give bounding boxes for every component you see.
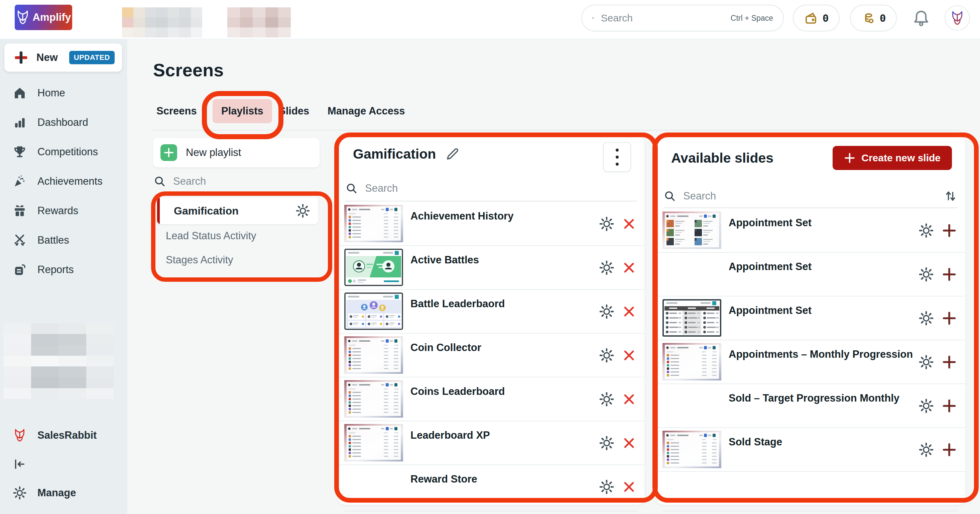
sidebar-item-manage[interactable]: Manage <box>0 479 127 507</box>
available-slides-search-input[interactable] <box>682 190 943 203</box>
tab-screens[interactable]: Screens <box>156 99 197 123</box>
slide-row: Coin Collector <box>338 334 644 377</box>
gear-icon[interactable] <box>918 442 934 457</box>
add-slide-icon[interactable] <box>942 442 956 457</box>
coins-balance-pill[interactable]: 0 <box>850 5 897 32</box>
next-card-edge <box>345 511 638 511</box>
slide-row: Active Battles <box>338 246 644 290</box>
salesrabbit-icon <box>13 428 27 442</box>
amplify-logo[interactable]: Amplify <box>15 5 72 30</box>
tab-playlists[interactable]: Playlists <box>213 99 272 123</box>
search-shortcut: Ctrl + Space <box>731 14 773 23</box>
gear-icon[interactable] <box>918 267 934 282</box>
updated-badge: UPDATED <box>69 51 115 64</box>
remove-slide-icon[interactable] <box>622 261 636 275</box>
gear-icon <box>13 486 27 500</box>
remove-slide-icon[interactable] <box>622 480 636 493</box>
global-search-input[interactable] <box>600 12 731 24</box>
gear-icon[interactable] <box>296 203 310 218</box>
gear-icon[interactable] <box>599 260 614 275</box>
gear-icon[interactable] <box>599 216 614 231</box>
new-button-label: New <box>37 51 58 64</box>
remove-slide-icon[interactable] <box>622 349 636 362</box>
trophy-icon <box>13 145 27 159</box>
playlist-item-gamification[interactable]: Gamification <box>157 198 318 224</box>
sidebar-item-salesrabbit[interactable]: SalesRabbit <box>0 421 127 450</box>
remove-slide-icon[interactable] <box>622 436 636 450</box>
slide-row: Sold – Target Progression Monthly <box>657 384 965 428</box>
available-panel-title: Available slides <box>671 150 773 166</box>
gear-icon[interactable] <box>599 348 614 363</box>
censored-block <box>3 323 114 399</box>
slide-thumbnail <box>662 211 721 249</box>
add-slide-icon[interactable] <box>942 355 956 369</box>
sidebar-item-competitions[interactable]: Competitions <box>0 137 127 167</box>
tab-slides[interactable]: Slides <box>279 99 309 123</box>
available-slides-search[interactable] <box>664 189 958 203</box>
playlist-menu-button[interactable] <box>603 142 631 172</box>
sidebar-item-dashboard[interactable]: Dashboard <box>0 108 127 137</box>
wallet-balance-pill[interactable]: 0 <box>793 5 840 32</box>
gear-icon[interactable] <box>599 304 614 319</box>
slide-row: Appointment Set <box>657 209 965 253</box>
gear-icon[interactable] <box>918 354 934 370</box>
slide-thumbnail <box>662 343 721 380</box>
playlist-panel: Gamification Achievement History Active … <box>338 137 644 504</box>
divider <box>153 195 320 196</box>
playlist-item-lead-status-activity[interactable]: Lead Status Activity <box>157 224 318 247</box>
new-button[interactable]: New UPDATED <box>4 43 122 72</box>
create-new-slide-button[interactable]: Create new slide <box>833 146 952 170</box>
censored-block <box>122 7 202 37</box>
playlist-search[interactable] <box>154 173 319 190</box>
gear-icon[interactable] <box>599 391 614 407</box>
add-slide-icon[interactable] <box>942 311 956 326</box>
add-slide-icon[interactable] <box>942 267 956 282</box>
gear-icon[interactable] <box>918 398 934 413</box>
notifications-button[interactable] <box>912 9 931 27</box>
add-slide-icon[interactable] <box>942 223 956 238</box>
avatar-rabbit-icon <box>950 10 964 26</box>
playlist-slides-search[interactable] <box>345 182 637 195</box>
new-playlist-button[interactable]: New playlist <box>153 138 320 167</box>
search-icon <box>664 190 676 202</box>
gear-icon[interactable] <box>918 223 934 238</box>
playlist-slides-search-input[interactable] <box>364 182 637 195</box>
sidebar-item-reports[interactable]: Reports <box>0 255 127 284</box>
user-avatar[interactable] <box>945 5 970 31</box>
coins-icon <box>861 11 875 25</box>
bar-chart-icon <box>13 115 27 129</box>
playlist-search-input[interactable] <box>172 175 319 188</box>
home-icon <box>13 86 27 100</box>
logo-wordmark: Amplify <box>32 11 71 24</box>
sidebar-item-achievements[interactable]: Achievements <box>0 167 127 196</box>
playlist-panel-title: Gamification <box>353 146 436 162</box>
gear-icon[interactable] <box>918 311 934 326</box>
gear-icon[interactable] <box>599 479 614 495</box>
next-card-edge <box>663 511 959 511</box>
slide-row: Sold Stage <box>657 428 965 472</box>
slide-row: Appointment Set <box>657 253 965 297</box>
sidebar-nav: Home Dashboard Competitions Achievements… <box>0 78 127 284</box>
sidebar-item-battles[interactable]: Battles <box>0 225 127 255</box>
slide-thumbnail <box>662 299 721 337</box>
gear-icon[interactable] <box>599 435 614 451</box>
add-slide-icon[interactable] <box>942 399 956 413</box>
edit-pencil-icon[interactable] <box>445 146 461 162</box>
divider <box>664 208 958 208</box>
available-panel-header: Available slides Create new slide <box>671 146 952 170</box>
bell-icon <box>912 9 931 27</box>
remove-slide-icon[interactable] <box>622 217 636 231</box>
coins-count: 0 <box>880 12 886 24</box>
tab-manage-access[interactable]: Manage Access <box>328 99 405 123</box>
remove-slide-icon[interactable] <box>622 393 636 406</box>
new-playlist-label: New playlist <box>186 147 241 159</box>
playlist-item-stages-activity[interactable]: Stages Activity <box>157 248 318 272</box>
sidebar-item-rewards[interactable]: Rewards <box>0 196 127 225</box>
sidebar-item-home[interactable]: Home <box>0 78 127 108</box>
global-search[interactable]: Ctrl + Space <box>581 5 784 32</box>
collapse-sidebar-button[interactable] <box>0 450 127 479</box>
slide-row: Achievement History <box>338 202 644 246</box>
search-icon <box>592 13 594 24</box>
sort-icon[interactable] <box>943 189 958 203</box>
remove-slide-icon[interactable] <box>622 305 636 318</box>
